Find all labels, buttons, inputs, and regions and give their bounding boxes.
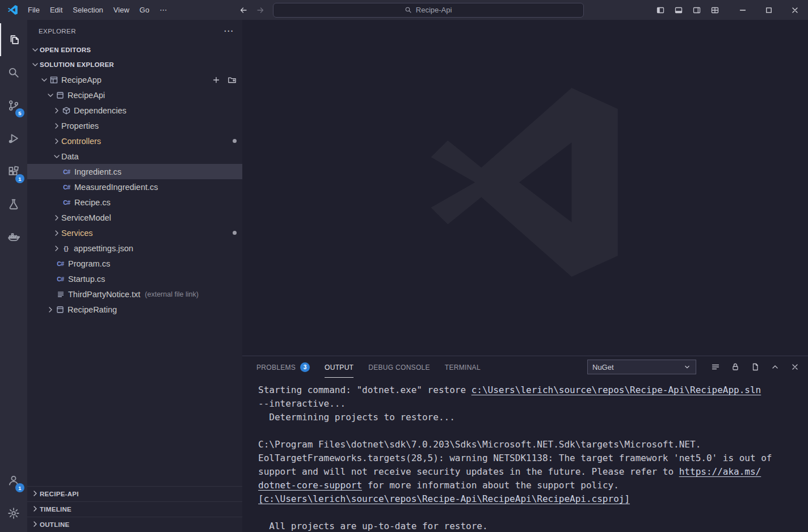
minimize-button[interactable] [730, 0, 756, 20]
tree-item-startup-cs[interactable]: C#Startup.cs [27, 271, 242, 286]
output-link[interactable]: https://aka.ms/ [679, 466, 761, 477]
editor-area [242, 20, 808, 356]
close-panel-icon[interactable] [790, 362, 800, 372]
tree-item-label: MeasuredIngredient.cs [74, 183, 158, 192]
tree-item-program-cs[interactable]: C#Program.cs [27, 256, 242, 271]
txt-icon [56, 290, 65, 299]
tree-item-recipe-cs[interactable]: C#Recipe.cs [27, 195, 242, 210]
project-icon [55, 91, 65, 100]
window-controls [730, 0, 808, 20]
chevron-right-icon [52, 106, 61, 115]
tree-item-data[interactable]: Data [27, 149, 242, 164]
toggle-sidebar-right-icon[interactable] [692, 6, 701, 15]
tree-item-label: RecipeApp [61, 75, 102, 85]
extensions-badge: 1 [15, 174, 24, 183]
output-channel-select[interactable]: NuGet [587, 360, 696, 374]
tree-item-label: RecipeRating [68, 305, 117, 314]
back-arrow-icon[interactable] [239, 6, 248, 15]
tab-debug-console[interactable]: DEBUG CONSOLE [368, 356, 430, 378]
new-folder-icon[interactable] [228, 75, 237, 85]
tree-item-appsettings-json[interactable]: {}appsettings.json [27, 240, 242, 256]
tree-item-ingredient-cs[interactable]: C#Ingredient.cs [27, 164, 242, 179]
maximize-button[interactable] [756, 0, 782, 20]
forward-arrow-icon[interactable] [256, 6, 265, 15]
tree-item-recipeapp[interactable]: RecipeApp [27, 72, 242, 87]
vscode-logo-icon [7, 5, 18, 15]
chevron-right-icon [52, 121, 61, 130]
explorer-icon[interactable] [0, 23, 27, 56]
menubar: FileEditSelectionViewGo⋯ [23, 0, 172, 20]
source-control-icon[interactable]: 5 [0, 89, 27, 122]
tree-item-actions [212, 75, 237, 85]
output-link[interactable]: c:\Users\lerich\source\repos\Recipe-Api\… [472, 385, 761, 395]
activity-bar: 51 1 [0, 20, 27, 532]
tree-item-label: Controllers [61, 137, 101, 146]
menu-selection[interactable]: Selection [68, 0, 108, 20]
tree-item-thirdpartynotice-txt[interactable]: ThirdPartyNotice.txt(external file link) [27, 286, 242, 302]
tree-item-label: Recipe.cs [74, 198, 111, 207]
output-log[interactable]: Starting command: "dotnet.exe" restore c… [242, 378, 808, 532]
titlebar: FileEditSelectionViewGo⋯ Recipe-Api [0, 0, 808, 20]
output-line: --interactive... [258, 397, 800, 411]
modified-dot [233, 139, 237, 143]
section-open-editors[interactable]: OPEN EDITORS [27, 43, 242, 57]
more-actions-icon[interactable]: ⋯ [224, 28, 233, 34]
tree-item-label: ThirdPartyNotice.txt [68, 290, 140, 299]
search-icon[interactable] [0, 56, 27, 89]
tree-item-servicemodel[interactable]: ServiceModel [27, 210, 242, 225]
tree-item-services[interactable]: Services [27, 225, 242, 240]
tree-item-dependencies[interactable]: Dependencies [27, 103, 242, 118]
menu-go[interactable]: Go [134, 0, 154, 20]
tree-item-measuredingredient-cs[interactable]: C#MeasuredIngredient.cs [27, 179, 242, 195]
tab-problems[interactable]: PROBLEMS3 [256, 356, 310, 378]
section-label: TIMELINE [40, 506, 71, 513]
modified-dot [233, 231, 237, 235]
sidebar-header: EXPLORER ⋯ [27, 20, 242, 43]
chevron-right-icon [31, 520, 40, 530]
output-link[interactable]: dotnet-core-support [258, 480, 362, 491]
close-button[interactable] [782, 0, 808, 20]
tab-terminal[interactable]: TERMINAL [445, 356, 481, 378]
menu-file[interactable]: File [23, 0, 45, 20]
section-label: OUTLINE [40, 521, 70, 528]
scroll-lock-icon[interactable] [730, 362, 740, 372]
word-wrap-icon[interactable] [710, 362, 721, 372]
search-value: Recipe-Api [416, 6, 452, 14]
tree-item-reciperating[interactable]: RecipeRating [27, 302, 242, 317]
titlebar-search[interactable]: Recipe-Api [273, 3, 584, 18]
section-outline[interactable]: OUTLINE [27, 517, 242, 532]
tree-item-properties[interactable]: Properties [27, 118, 242, 133]
new-file-icon[interactable] [212, 75, 221, 85]
menu-more-icon[interactable]: ⋯ [154, 0, 172, 20]
output-line [258, 424, 800, 438]
output-link[interactable]: [c:\Users\lerich\source\repos\Recipe-Api… [258, 493, 630, 504]
menu-edit[interactable]: Edit [45, 0, 68, 20]
maximize-panel-icon[interactable] [770, 362, 780, 372]
output-line: dotnet-core-support for more information… [258, 479, 800, 492]
tree-item-description: (external file link) [145, 290, 198, 298]
output-line: EolTargetFrameworks.targets(28,5): warni… [258, 451, 800, 465]
settings-icon[interactable] [0, 497, 27, 530]
accounts-icon[interactable]: 1 [0, 464, 27, 497]
csharp-icon: C# [56, 275, 65, 284]
section-label: RECIPE-API [40, 491, 79, 497]
menu-view[interactable]: View [108, 0, 134, 20]
tree-item-controllers[interactable]: Controllers [27, 133, 242, 149]
section-recipe-api[interactable]: RECIPE-API [27, 486, 242, 501]
section-timeline[interactable]: TIMELINE [27, 501, 242, 517]
extensions-icon[interactable]: 1 [0, 155, 27, 188]
tree-item-recipeapi[interactable]: RecipeApi [27, 87, 242, 103]
testing-icon[interactable] [0, 188, 27, 221]
toggle-panel-icon[interactable] [674, 6, 683, 15]
tab-output[interactable]: OUTPUT [325, 356, 354, 378]
output-line: C:\Program Files\dotnet\sdk\7.0.203\Sdks… [258, 438, 800, 451]
tree-item-label: appsettings.json [74, 244, 133, 253]
customize-layout-icon[interactable] [710, 6, 719, 15]
section-solution-explorer[interactable]: SOLUTION EXPLORER [27, 57, 242, 72]
docker-icon[interactable] [0, 221, 27, 254]
tree-item-label: Startup.cs [68, 275, 105, 284]
toggle-sidebar-left-icon[interactable] [656, 6, 665, 15]
run-and-debug-icon[interactable] [0, 122, 27, 155]
output-text: --interactive... [258, 398, 346, 409]
open-log-file-icon[interactable] [750, 362, 760, 372]
